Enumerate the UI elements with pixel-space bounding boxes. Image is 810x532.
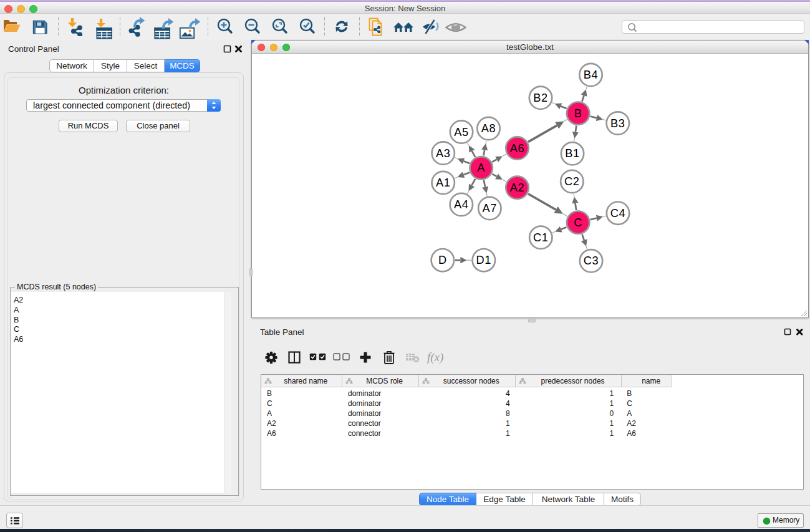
svg-text:D: D [438, 254, 447, 266]
svg-text:A3: A3 [436, 147, 450, 160]
svg-text:A: A [477, 162, 485, 174]
svg-text:B3: B3 [610, 117, 625, 130]
svg-text:B1: B1 [565, 147, 579, 160]
svg-text:C3: C3 [584, 254, 599, 267]
svg-text:C: C [574, 216, 582, 229]
svg-text:A1: A1 [436, 177, 450, 189]
svg-text:A4: A4 [454, 198, 468, 211]
svg-text:B4: B4 [584, 69, 598, 81]
svg-text:C4: C4 [610, 207, 625, 220]
svg-text:C2: C2 [564, 175, 579, 188]
svg-text:A8: A8 [481, 122, 496, 135]
svg-text:B: B [574, 107, 582, 120]
svg-text:A2: A2 [510, 181, 524, 194]
svg-text:A7: A7 [483, 202, 497, 215]
svg-text:B2: B2 [533, 92, 547, 104]
svg-text:A5: A5 [454, 126, 468, 138]
svg-text:C1: C1 [533, 231, 548, 244]
svg-text:A6: A6 [510, 142, 524, 155]
svg-text:D1: D1 [476, 254, 491, 266]
